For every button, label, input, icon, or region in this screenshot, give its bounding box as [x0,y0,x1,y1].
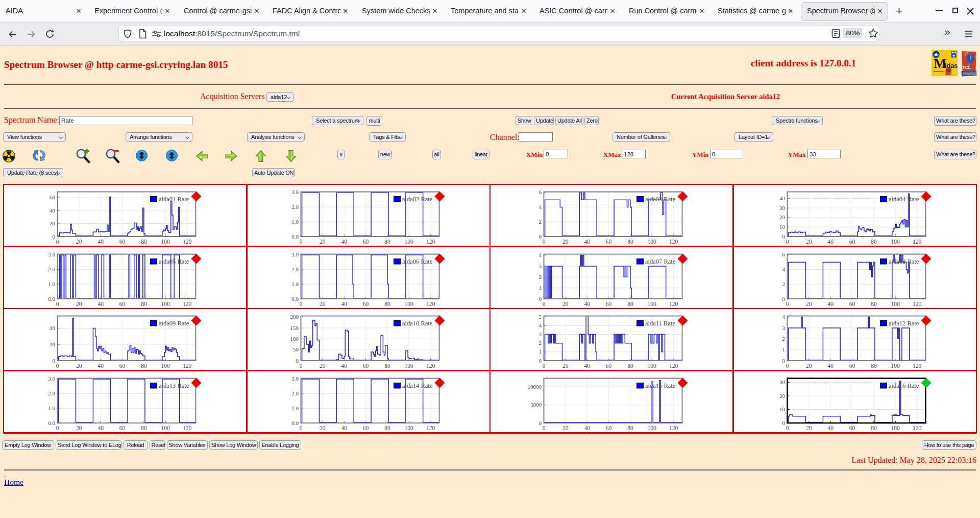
svg-text:aida09 Rate: aida09 Rate [159,320,189,327]
svg-text:40: 40 [97,363,104,369]
svg-text:10: 10 [779,406,786,412]
svg-text:6: 6 [782,251,785,257]
svg-text:100: 100 [290,336,299,342]
svg-text:20: 20 [76,363,82,369]
svg-text:5: 5 [539,314,542,320]
svg-text:100: 100 [891,425,900,431]
svg-text:0: 0 [53,358,56,364]
svg-text:aida15 Rate: aida15 Rate [645,382,676,389]
svg-text:0: 0 [786,239,789,245]
svg-text:50: 50 [293,346,299,352]
svg-text:1.0: 1.0 [291,405,299,411]
svg-text:6: 6 [539,189,542,195]
svg-text:100: 100 [404,239,413,245]
svg-text:2.0: 2.0 [291,266,299,272]
svg-text:60: 60 [849,300,855,307]
svg-text:80: 80 [141,300,147,307]
svg-text:40: 40 [827,363,834,369]
svg-text:0: 0 [786,425,789,431]
svg-text:0: 0 [56,363,59,369]
svg-text:60: 60 [362,363,369,369]
svg-text:20: 20 [562,425,569,431]
svg-text:60: 60 [119,300,126,307]
svg-text:10000: 10000 [528,384,542,390]
svg-text:20: 20 [320,300,326,307]
svg-text:100: 100 [891,363,900,369]
svg-text:40: 40 [341,425,347,431]
svg-text:0.0: 0.0 [48,295,55,301]
svg-text:0: 0 [786,300,789,307]
svg-text:4: 4 [539,322,542,328]
svg-text:aida08 Rate: aida08 Rate [889,258,919,265]
svg-text:0: 0 [543,425,546,431]
svg-text:20: 20 [806,300,812,307]
svg-text:60: 60 [119,425,126,431]
svg-text:TCL: TCL [963,65,971,70]
svg-text:200: 200 [290,314,299,320]
svg-text:100: 100 [648,363,657,369]
svg-text:1: 1 [782,346,785,352]
svg-text:100: 100 [891,300,900,307]
svg-text:100: 100 [161,363,170,369]
svg-text:60: 60 [50,194,56,200]
svg-text:100: 100 [891,239,900,245]
svg-text:60: 60 [849,363,855,369]
svg-text:0: 0 [782,358,785,364]
svg-text:1: 1 [539,348,542,355]
svg-text:80: 80 [627,425,633,431]
svg-text:0: 0 [543,363,546,369]
svg-text:0: 0 [782,295,785,301]
svg-text:40: 40 [584,300,590,307]
svg-text:5000: 5000 [530,402,542,408]
svg-text:0.0: 0.0 [291,419,299,426]
svg-text:120: 120 [912,300,921,307]
svg-text:3: 3 [539,331,542,337]
svg-text:aida05 Rate: aida05 Rate [159,258,189,265]
svg-text:80: 80 [627,363,633,369]
svg-text:120: 120 [669,425,678,431]
svg-text:40: 40 [827,239,834,245]
svg-text:120: 120 [912,239,921,245]
svg-text:100: 100 [648,425,657,431]
svg-text:20: 20 [562,239,569,245]
svg-text:3.0: 3.0 [48,251,55,257]
svg-text:80: 80 [141,425,147,431]
svg-text:0: 0 [543,239,546,245]
svg-text:40: 40 [50,325,56,331]
svg-text:120: 120 [669,239,678,245]
svg-text:120: 120 [183,300,192,307]
svg-text:20: 20 [779,392,786,398]
svg-text:20: 20 [76,425,82,431]
svg-text:60: 60 [849,425,855,431]
svg-text:120: 120 [912,425,921,431]
svg-text:120: 120 [669,363,678,369]
svg-text:40: 40 [97,425,104,431]
svg-text:40: 40 [50,207,56,214]
svg-text:powered by: powered by [934,70,945,73]
svg-text:60: 60 [362,239,369,245]
svg-text:0: 0 [539,295,542,301]
svg-text:0: 0 [539,358,542,364]
svg-text:20: 20 [562,300,569,307]
svg-text:3.0: 3.0 [291,375,299,382]
svg-text:120: 120 [912,363,921,369]
svg-text:100: 100 [161,300,170,307]
svg-text:0: 0 [299,425,302,431]
svg-text:0: 0 [56,300,59,307]
svg-text:100: 100 [404,425,413,431]
svg-text:POWERED: POWERED [946,73,953,75]
svg-text:0: 0 [543,300,546,307]
svg-text:40: 40 [341,363,347,369]
svg-text:0: 0 [782,233,785,240]
svg-text:POWERED: POWERED [963,72,976,75]
svg-text:80: 80 [141,363,147,369]
svg-text:0: 0 [53,233,56,240]
svg-text:aida14 Rate: aida14 Rate [402,382,433,389]
svg-text:60: 60 [362,425,369,431]
svg-text:2.0: 2.0 [48,390,55,396]
svg-text:0: 0 [56,239,59,245]
svg-text:120: 120 [426,425,435,431]
svg-text:2: 2 [539,340,542,346]
svg-text:20: 20 [320,363,326,369]
svg-text:0.0: 0.0 [291,233,299,240]
